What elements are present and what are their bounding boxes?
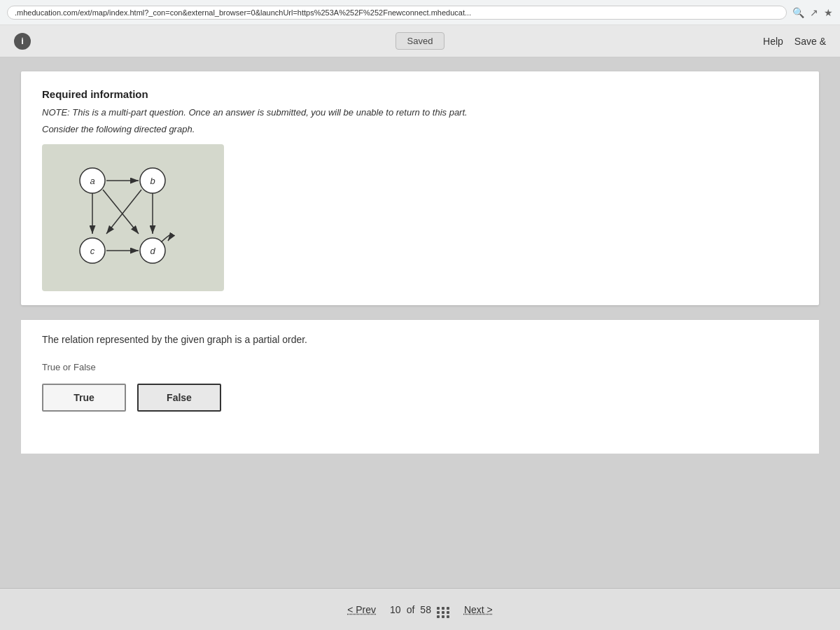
true-or-false-label: True or False xyxy=(42,362,798,372)
required-info-title: Required information xyxy=(42,88,798,100)
grid-menu-icon[interactable] xyxy=(437,601,450,618)
browser-bar: .mheducation.com/ext/map/index.html?_con… xyxy=(0,0,840,25)
svg-text:d: d xyxy=(150,246,155,256)
note-text-2: Consider the following directed graph. xyxy=(42,122,798,136)
true-button[interactable]: True xyxy=(42,384,126,412)
svg-text:c: c xyxy=(90,246,95,256)
page-separator: of xyxy=(407,604,415,615)
top-bar: i Saved Help Save & xyxy=(0,25,840,57)
graph-svg: a b c d xyxy=(56,151,210,284)
question-text: The relation represented by the given gr… xyxy=(42,334,798,345)
svg-text:b: b xyxy=(150,176,155,186)
share-icon[interactable]: ↗ xyxy=(810,7,818,18)
note-text-1: NOTE: This is a multi-part question. Onc… xyxy=(42,106,798,120)
question-section: The relation represented by the given gr… xyxy=(21,320,819,454)
false-button[interactable]: False xyxy=(137,384,221,412)
answer-buttons: True False xyxy=(42,384,798,412)
graph-container: a b c d xyxy=(42,144,224,291)
info-button[interactable]: i xyxy=(14,33,31,50)
browser-icons: 🔍 ↗ ★ xyxy=(792,7,833,18)
top-bar-right: Help Save & xyxy=(763,36,826,47)
bookmark-icon[interactable]: ★ xyxy=(824,7,833,18)
svg-text:a: a xyxy=(90,176,94,186)
prev-button[interactable]: < Prev xyxy=(347,604,376,615)
page-info: 10 of 58 xyxy=(390,601,450,618)
search-icon[interactable]: 🔍 xyxy=(792,7,804,18)
svg-line-2 xyxy=(103,190,139,234)
page-current: 10 xyxy=(390,604,401,615)
saved-badge: Saved xyxy=(396,32,445,50)
page-total: 58 xyxy=(420,604,431,615)
save-link[interactable]: Save & xyxy=(794,36,826,47)
next-button[interactable]: Next > xyxy=(464,604,493,615)
address-bar[interactable]: .mheducation.com/ext/map/index.html?_con… xyxy=(7,6,787,20)
content-card: Required information NOTE: This is a mul… xyxy=(21,71,819,305)
help-link[interactable]: Help xyxy=(763,36,783,47)
nav-bar: < Prev 10 of 58 Next > xyxy=(0,588,840,630)
svg-line-6 xyxy=(106,190,141,234)
main-wrapper: i Saved Help Save & Required information… xyxy=(0,25,840,630)
